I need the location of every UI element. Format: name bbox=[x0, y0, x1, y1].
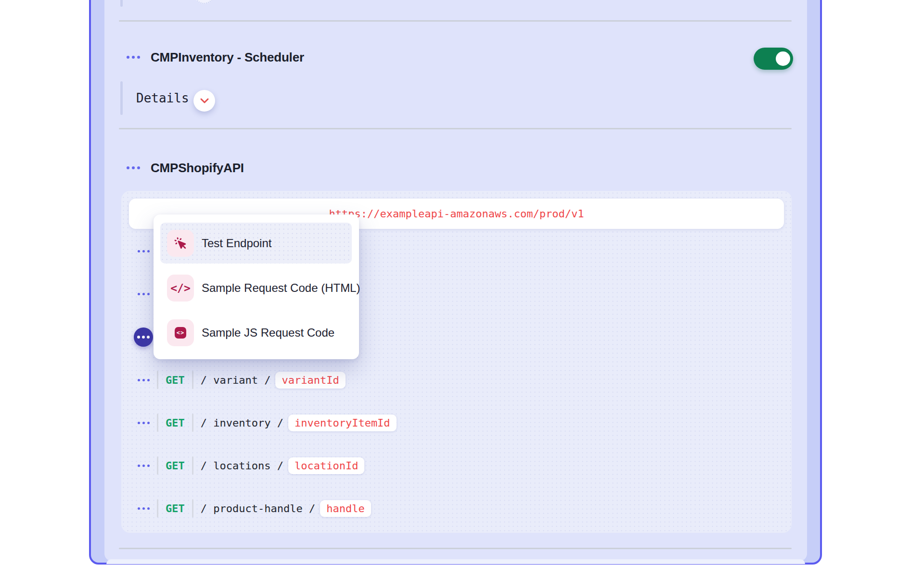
next-section-card-top bbox=[106, 559, 805, 564]
row-menu-button[interactable] bbox=[138, 250, 150, 252]
endpoint-row: GET / variant / variantId bbox=[138, 369, 346, 391]
details-expand-button[interactable] bbox=[193, 90, 215, 112]
section-title: CMPShopifyAPI bbox=[151, 161, 244, 176]
endpoint-row: GET / product-handle / handle bbox=[138, 497, 371, 519]
endpoint-method: GET bbox=[166, 417, 185, 429]
menu-item-sample-request-html[interactable]: </> Sample Request Code (HTML) bbox=[160, 267, 352, 308]
endpoint-method: GET bbox=[166, 374, 185, 386]
code-js-glyph: <> bbox=[177, 329, 184, 336]
row-menu-button[interactable] bbox=[138, 465, 150, 467]
scheduler-enabled-toggle[interactable] bbox=[754, 48, 793, 70]
chevron-down-icon bbox=[200, 98, 209, 104]
endpoint-path: / locations / bbox=[201, 460, 283, 472]
endpoint-row: GET / locations / locationId bbox=[138, 454, 364, 477]
row-menu-button-active[interactable] bbox=[134, 327, 153, 347]
toggle-knob bbox=[776, 51, 790, 66]
menu-item-label: Sample JS Request Code bbox=[202, 326, 334, 340]
endpoint-method: GET bbox=[166, 460, 185, 472]
endpoint-method: GET bbox=[166, 503, 185, 515]
row-menu-button[interactable] bbox=[138, 507, 150, 510]
details-indent-bar bbox=[120, 81, 123, 115]
row-menu-button[interactable] bbox=[138, 379, 150, 381]
section-title: CMPInventory - Scheduler bbox=[151, 50, 304, 65]
divider-tick bbox=[192, 414, 193, 432]
endpoint-param-pill[interactable]: handle bbox=[320, 500, 371, 517]
base-url-value: https://exampleapi-amazonaws.com/prod/v1 bbox=[329, 208, 584, 220]
divider-tick bbox=[157, 499, 158, 517]
divider-tick bbox=[192, 456, 193, 475]
section-menu-button[interactable] bbox=[127, 166, 140, 169]
endpoint-param-pill[interactable]: variantId bbox=[275, 372, 345, 389]
section-divider bbox=[119, 20, 792, 22]
endpoint-path: / inventory / bbox=[201, 417, 283, 429]
details-label: Details bbox=[136, 91, 189, 105]
divider-tick bbox=[157, 414, 158, 432]
icon-tile: <> bbox=[167, 319, 194, 346]
menu-item-sample-js-request[interactable]: <> Sample JS Request Code bbox=[160, 312, 352, 353]
endpoint-param-pill[interactable]: locationId bbox=[288, 457, 364, 474]
endpoint-param-pill[interactable]: inventoryItemId bbox=[288, 415, 397, 431]
menu-item-label: Sample Request Code (HTML) bbox=[202, 281, 360, 295]
menu-item-label: Test Endpoint bbox=[202, 237, 271, 250]
cursor-click-icon bbox=[174, 237, 187, 250]
icon-tile bbox=[167, 230, 194, 257]
code-js-icon: <> bbox=[175, 327, 186, 339]
code-html-icon: </> bbox=[170, 282, 191, 294]
divider-tick bbox=[192, 499, 193, 517]
menu-item-test-endpoint[interactable]: Test Endpoint bbox=[160, 223, 352, 264]
section-menu-button[interactable] bbox=[127, 56, 140, 59]
endpoint-path: / product-handle / bbox=[201, 503, 315, 515]
row-menu-button[interactable] bbox=[138, 293, 150, 295]
divider-tick bbox=[157, 371, 158, 389]
divider-tick bbox=[192, 371, 193, 389]
section-divider bbox=[119, 548, 792, 549]
previous-section-indent-bar bbox=[120, 0, 123, 7]
section-divider bbox=[119, 128, 792, 129]
endpoint-context-menu: Test Endpoint </> Sample Request Code (H… bbox=[154, 214, 359, 359]
divider-tick bbox=[157, 456, 158, 475]
endpoint-path: / variant / bbox=[201, 374, 271, 386]
endpoint-row: GET / inventory / inventoryItemId bbox=[138, 412, 397, 434]
icon-tile: </> bbox=[167, 275, 194, 302]
row-menu-button[interactable] bbox=[138, 422, 150, 424]
